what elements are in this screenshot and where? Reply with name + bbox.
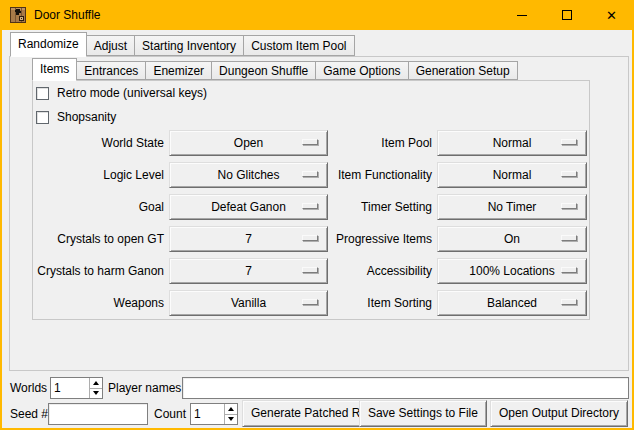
tab-dungeon-shuffle[interactable]: Dungeon Shuffle [211,61,316,80]
timer-setting-dropdown[interactable]: No Timer [437,194,587,220]
close-button[interactable]: ✕ [589,0,634,30]
tab-enemizer-label: Enemizer [153,64,204,78]
count-spin-up-button[interactable] [225,404,237,414]
worlds-label: Worlds [10,377,47,399]
count-spinner-arrows [224,404,237,424]
progressive-items-value: On [504,227,520,251]
player-names-input[interactable] [182,377,629,399]
progressive-items-dropdown[interactable]: On [437,226,587,252]
maximize-icon [562,10,572,20]
tab-game-options[interactable]: Game Options [315,61,408,80]
tab-entrances[interactable]: Entrances [76,61,146,80]
tab-randomize-label: Randomize [18,37,79,51]
item-pool-dropdown[interactable]: Normal [437,130,587,156]
accessibility-value: 100% Locations [469,259,554,283]
seed-label: Seed # [10,403,48,425]
crystals-open-gt-value: 7 [245,227,252,251]
tab-starting-inventory[interactable]: Starting Inventory [134,35,244,56]
tab-adjust[interactable]: Adjust [86,35,135,56]
crystals-open-gt-dropdown[interactable]: 7 [169,226,328,252]
world-state-value: Open [234,131,263,155]
minimize-icon [517,15,527,16]
dropdown-indicator-icon [561,171,577,177]
worlds-spin-up-button[interactable] [90,378,102,388]
world-state-label: World State [27,130,164,156]
weapons-label: Weapons [27,290,164,316]
logic-level-label: Logic Level [27,162,164,188]
tab-game-options-label: Game Options [323,64,400,78]
tab-entrances-label: Entrances [84,64,138,78]
weapons-value: Vanilla [231,291,266,315]
crystals-harm-ganon-dropdown[interactable]: 7 [169,258,328,284]
app-window: Door Shuffle ✕ Randomize Adjust Starting… [0,0,634,430]
tab-randomize[interactable]: Randomize [10,32,87,57]
window-controls: ✕ [499,0,634,30]
count-input[interactable] [191,404,224,424]
goal-value: Defeat Ganon [211,195,286,219]
crystals-harm-ganon-label: Crystals to harm Ganon [27,258,164,284]
tab-adjust-label: Adjust [94,39,127,53]
dropdown-indicator-icon [561,299,577,305]
item-functionality-label: Item Functionality [312,162,432,188]
count-spin-down-button[interactable] [225,414,237,425]
timer-setting-label: Timer Setting [312,194,432,220]
tab-dungeon-shuffle-label: Dungeon Shuffle [219,64,308,78]
shopsanity-label: Shopsanity [57,110,116,124]
tab-enemizer[interactable]: Enemizer [145,61,212,80]
worlds-spinner[interactable] [50,377,103,399]
seed-input[interactable] [48,403,148,425]
dropdown-indicator-icon [561,235,577,241]
tab-generation-setup-label: Generation Setup [416,64,510,78]
worlds-spin-down-button[interactable] [90,388,102,399]
goal-dropdown[interactable]: Defeat Ganon [169,194,328,220]
main-tab-bar: Randomize Adjust Starting Inventory Cust… [10,32,355,56]
sub-tab-bar: Items Entrances Enemizer Dungeon Shuffle… [32,58,518,80]
dropdown-indicator-icon [561,139,577,145]
count-spinner[interactable] [190,403,238,425]
down-arrow-icon [93,391,99,395]
accessibility-dropdown[interactable]: 100% Locations [437,258,587,284]
crystals-open-gt-label: Crystals to open GT [27,226,164,252]
titlebar: Door Shuffle ✕ [0,0,634,30]
logic-level-value: No Glitches [217,163,279,187]
tab-custom-item-pool[interactable]: Custom Item Pool [243,35,354,56]
logic-level-dropdown[interactable]: No Glitches [169,162,328,188]
progressive-items-label: Progressive Items [312,226,432,252]
weapons-dropdown[interactable]: Vanilla [169,290,328,316]
retro-mode-option[interactable]: Retro mode (universal keys) [36,86,207,100]
close-icon: ✕ [606,9,617,22]
player-names-label: Player names [108,377,181,399]
tab-generation-setup[interactable]: Generation Setup [408,61,518,80]
up-arrow-icon [228,407,234,411]
worlds-input[interactable] [51,378,89,398]
minimize-button[interactable] [499,0,544,30]
tab-starting-inventory-label: Starting Inventory [142,39,236,53]
item-pool-value: Normal [493,131,532,155]
bottom-right-buttons: Save Settings to File Open Output Direct… [359,400,628,427]
maximize-button[interactable] [544,0,589,30]
goal-label: Goal [27,194,164,220]
world-state-dropdown[interactable]: Open [169,130,328,156]
retro-mode-label: Retro mode (universal keys) [57,86,207,100]
item-sorting-value: Balanced [487,291,537,315]
dropdown-indicator-icon [561,203,577,209]
retro-mode-checkbox[interactable] [36,87,49,100]
door-icon [10,7,26,23]
accessibility-label: Accessibility [312,258,432,284]
crystals-harm-ganon-value: 7 [245,259,252,283]
up-arrow-icon [93,381,99,385]
timer-setting-value: No Timer [488,195,537,219]
save-settings-button[interactable]: Save Settings to File [359,400,487,427]
tab-custom-item-pool-label: Custom Item Pool [251,39,346,53]
item-sorting-label: Item Sorting [312,290,432,316]
shopsanity-checkbox[interactable] [36,111,49,124]
tab-items[interactable]: Items [32,58,77,81]
item-functionality-value: Normal [493,163,532,187]
item-sorting-dropdown[interactable]: Balanced [437,290,587,316]
shopsanity-option[interactable]: Shopsanity [36,110,116,124]
item-functionality-dropdown[interactable]: Normal [437,162,587,188]
worlds-spinner-arrows [89,378,102,398]
window-title: Door Shuffle [34,0,101,30]
down-arrow-icon [228,417,234,421]
open-output-directory-button[interactable]: Open Output Directory [490,400,628,427]
